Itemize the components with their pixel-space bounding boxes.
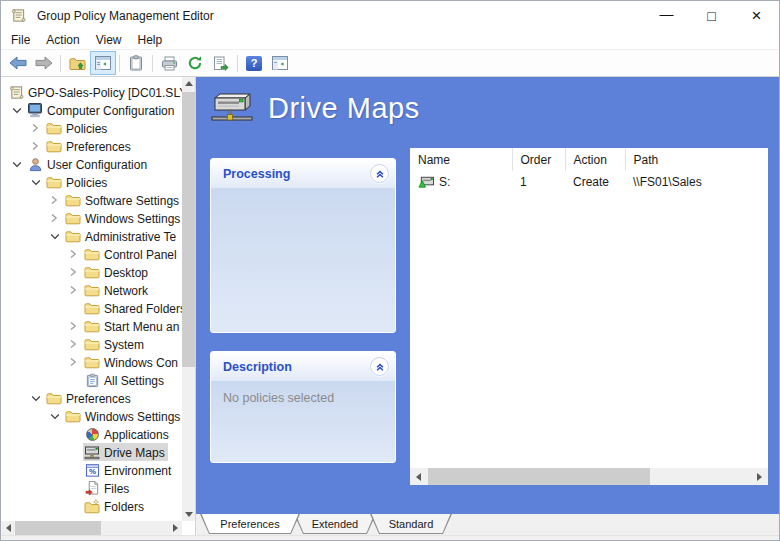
tree-item-policies[interactable]: Policies [1,173,182,191]
tree-item-all-settings[interactable]: All Settings [1,371,182,389]
list-hscroll-thumb[interactable] [428,468,650,485]
tree-item-core[interactable]: Preferences [45,389,134,407]
back-button[interactable] [5,51,31,75]
scroll-right-icon[interactable] [168,521,182,535]
column-header-action[interactable]: Action [565,148,625,171]
tree-item-core[interactable]: User Configuration [26,155,150,173]
tree-item-core[interactable]: Windows Settings [64,407,182,425]
up-one-level-button[interactable] [64,51,90,75]
tree-item-core[interactable]: Policies [45,173,110,191]
tree-item-core[interactable]: %Environment [83,461,174,479]
tree-item-drive-maps[interactable]: Drive Maps [1,443,182,461]
action-pane-button[interactable] [267,51,293,75]
tree-item-core[interactable]: Shared Folders [83,299,182,317]
tree-item-windows-settings[interactable]: Windows Settings [1,209,182,227]
tree-item-core[interactable]: Folders [83,497,147,515]
scroll-down-icon[interactable] [182,508,195,521]
menu-action[interactable]: Action [38,31,87,49]
tree-item-windows-settings[interactable]: Windows Settings [1,407,182,425]
tab-preferences[interactable]: Preferences [200,514,300,534]
export-list-button[interactable] [208,51,234,75]
chevron-collapsed-icon[interactable] [45,213,64,223]
tree-item-windows-con[interactable]: Windows Con [1,353,182,371]
chevron-collapsed-icon[interactable] [64,339,83,349]
collapse-panel-button[interactable] [370,164,389,183]
chevron-collapsed-icon[interactable] [64,267,83,277]
collapse-panel-button[interactable] [370,357,389,376]
tree-item-core[interactable]: Desktop [83,263,151,281]
tree-item-core[interactable]: Drive Maps [83,443,168,461]
chevron-collapsed-icon[interactable] [64,321,83,331]
chevron-collapsed-icon[interactable] [64,357,83,367]
menu-file[interactable]: File [3,31,38,49]
print-button[interactable] [156,51,182,75]
help-button[interactable]: ? [241,51,267,75]
tree-item-core[interactable]: Administrative Te [64,227,179,245]
table-row[interactable]: S:1Create\\FS01\Sales [410,171,768,192]
scroll-up-icon[interactable] [182,77,195,90]
chevron-expanded-icon[interactable] [7,106,26,115]
chevron-expanded-icon[interactable] [45,412,64,421]
chevron-collapsed-icon[interactable] [26,123,45,133]
column-header-path[interactable]: Path [625,148,768,171]
tree-item-software-settings[interactable]: Software Settings [1,191,182,209]
scroll-left-icon[interactable] [410,468,427,485]
tree-item-core[interactable]: GPO-Sales-Policy [DC01.SLY [7,83,182,101]
tree-item-core[interactable]: Computer Configuration [26,101,177,119]
console-tree-button[interactable] [90,51,116,75]
tab-standard[interactable]: Standard [370,514,452,534]
menu-view[interactable]: View [88,31,130,49]
close-button[interactable]: × [734,1,779,30]
tree-item-core[interactable]: System [83,335,147,353]
list-horizontal-scrollbar[interactable] [410,468,768,485]
tree-item-administrative-te[interactable]: Administrative Te [1,227,182,245]
tree-item-preferences[interactable]: Preferences [1,389,182,407]
chevron-collapsed-icon[interactable] [64,285,83,295]
tree-item-network[interactable]: Network [1,281,182,299]
tree-item-user-configuration[interactable]: User Configuration [1,155,182,173]
clipboard-button[interactable] [123,51,149,75]
tree-vscroll-thumb[interactable] [182,92,195,367]
tree-item-folders[interactable]: Folders [1,497,182,515]
scroll-right-icon[interactable] [751,468,768,485]
tree-item-preferences[interactable]: Preferences [1,137,182,155]
tree-item-applications[interactable]: Applications [1,425,182,443]
tree-item-core[interactable]: Control Panel [83,245,180,263]
chevron-collapsed-icon[interactable] [64,249,83,259]
chevron-expanded-icon[interactable] [45,232,64,241]
scroll-left-icon[interactable] [1,521,15,535]
chevron-collapsed-icon[interactable] [26,141,45,151]
tree-item-shared-folders[interactable]: Shared Folders [1,299,182,317]
tree-item-system[interactable]: System [1,335,182,353]
tree-item-core[interactable]: Files [83,479,132,497]
tree-item-core[interactable]: Applications [83,425,172,443]
tree-item-control-panel[interactable]: Control Panel [1,245,182,263]
column-header-name[interactable]: Name [410,148,512,171]
tree-item-core[interactable]: Network [83,281,151,299]
forward-button[interactable] [31,51,57,75]
menu-help[interactable]: Help [130,31,171,49]
tree-item-core[interactable]: Software Settings [64,191,182,209]
chevron-collapsed-icon[interactable] [45,195,64,205]
minimize-button[interactable]: — [644,1,689,30]
tree-horizontal-scrollbar[interactable] [1,521,182,535]
tree-item-core[interactable]: All Settings [83,371,167,389]
tree-item-core[interactable]: Policies [45,119,110,137]
tree-item-environment[interactable]: %Environment [1,461,182,479]
tree-item-start-menu-an[interactable]: Start Menu an [1,317,182,335]
tree-item-core[interactable]: Start Menu an [83,317,182,335]
tree-item-files[interactable]: Files [1,479,182,497]
tree-item-policies[interactable]: Policies [1,119,182,137]
tree-item-core[interactable]: Windows Con [83,353,181,371]
tree-item-gpo-sales-policy-dc01-sly[interactable]: GPO-Sales-Policy [DC01.SLY [1,83,182,101]
refresh-button[interactable] [182,51,208,75]
tree-hscroll-thumb[interactable] [15,521,101,535]
tree-item-desktop[interactable]: Desktop [1,263,182,281]
column-header-order[interactable]: Order [512,148,565,171]
chevron-expanded-icon[interactable] [7,160,26,169]
tree-item-core[interactable]: Preferences [45,137,134,155]
tab-extended[interactable]: Extended [294,514,376,534]
tree-item-core[interactable]: Windows Settings [64,209,182,227]
tree-vertical-scrollbar[interactable] [182,77,195,521]
maximize-button[interactable]: □ [689,1,734,30]
